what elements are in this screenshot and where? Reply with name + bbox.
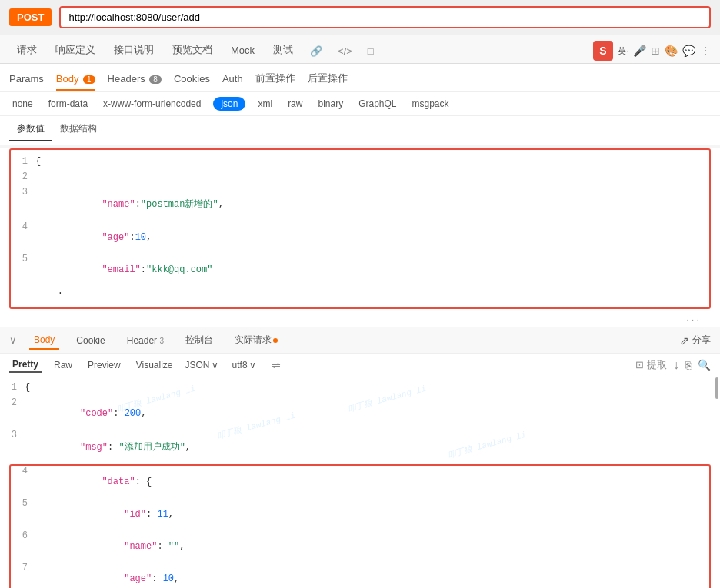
code-line-6: . xyxy=(11,286,709,301)
fmt-msgpack[interactable]: msgpack xyxy=(409,97,452,111)
resp-view-right: ⊡ 提取 ↓ ⎘ 🔍 xyxy=(635,358,711,372)
copy-icon[interactable]: ⎘ xyxy=(685,359,692,371)
share-button[interactable]: ⇗ 分享 xyxy=(680,334,711,347)
json-chevron: ∨ xyxy=(212,360,218,370)
tab-api-desc[interactable]: 接口说明 xyxy=(106,38,162,63)
tab-cookies[interactable]: Cookies xyxy=(174,70,210,91)
extract-icon[interactable]: ⊡ 提取 xyxy=(635,358,667,372)
tab-headers[interactable]: Headers 8 xyxy=(108,70,162,91)
search-icon[interactable]: 🔍 xyxy=(698,359,711,371)
subtab-datastructure[interactable]: 数据结构 xyxy=(52,119,105,141)
fmt-none[interactable]: none xyxy=(9,97,36,111)
utf8-chevron: ∨ xyxy=(249,360,256,370)
share-label: 分享 xyxy=(692,334,711,347)
sougou-grid-icon[interactable]: ⊞ xyxy=(651,45,660,57)
response-code-area: 叩丁狼 lawlang li 叩丁狼 lawlang li 叩丁狼 lawlan… xyxy=(0,377,720,588)
tab-response-def[interactable]: 响应定义 xyxy=(48,38,103,63)
rv-tab-preview[interactable]: Preview xyxy=(85,358,124,372)
tab-test[interactable]: 测试 xyxy=(265,38,301,63)
fmt-xml[interactable]: xml xyxy=(255,97,275,111)
editor-ellipsis: ··· xyxy=(0,312,720,327)
sougou-more-icon[interactable]: ⋮ xyxy=(700,45,711,57)
fmt-form-data[interactable]: form-data xyxy=(45,97,91,111)
wrap-icon[interactable]: ⇌ xyxy=(272,359,281,371)
top-nav-tabs: 请求 响应定义 接口说明 预览文档 Mock 测试 🔗 </> □ S 英· 🎤… xyxy=(0,35,720,64)
code-line-3: 3 "name":"postman新增的", xyxy=(11,187,709,221)
resp-tab-console[interactable]: 控制台 xyxy=(181,331,218,350)
encoding-select[interactable]: utf8 ∨ xyxy=(232,360,256,370)
code-line-4: 4 "age":10, xyxy=(11,221,709,254)
resp-line-1: 1 { xyxy=(0,382,720,397)
tab-preview-doc[interactable]: 预览文档 xyxy=(165,38,220,63)
share-icon: ⇗ xyxy=(680,334,689,347)
body-badge: 1 xyxy=(83,75,95,84)
resp-line-3: 3 "msg": "添加用户成功", xyxy=(0,430,720,464)
tab-post-action[interactable]: 后置操作 xyxy=(308,68,348,91)
resp-line-4: 4 "data": { xyxy=(11,466,709,498)
sougou-skin-icon[interactable]: 🎨 xyxy=(665,45,678,57)
sougou-mic-icon[interactable]: 🎤 xyxy=(633,45,646,57)
response-collapse-icon[interactable]: ∨ xyxy=(9,334,17,346)
response-tabs-bar: ∨ Body Cookie Header 3 控制台 实际请求 ⇗ 分享 xyxy=(0,327,720,354)
resp-tab-cookie[interactable]: Cookie xyxy=(72,332,109,349)
subtab-params[interactable]: 参数值 xyxy=(9,119,52,141)
headers-badge: 8 xyxy=(149,75,162,84)
response-view-tabs: Pretty Raw Preview Visualize JSON ∨ utf8… xyxy=(0,354,720,377)
rv-tab-pretty[interactable]: Pretty xyxy=(9,357,42,373)
sub-tabs: 参数值 数据结构 xyxy=(0,116,720,145)
response-highlight-box: 4 "data": { 5 "id": 11, 6 "name": "", 7 … xyxy=(9,464,711,588)
actual-request-dot xyxy=(273,338,278,343)
resp-line-7: 7 "age": 10, xyxy=(11,563,709,588)
window-icon[interactable]: □ xyxy=(362,41,380,61)
code-line-5: 5 "email":"kkk@qq.com" xyxy=(11,254,709,286)
rv-tab-raw[interactable]: Raw xyxy=(51,358,75,372)
fmt-json[interactable]: json xyxy=(213,97,245,111)
tab-params[interactable]: Params xyxy=(9,70,44,91)
code-line-2: 2 xyxy=(11,171,709,187)
tab-mock[interactable]: Mock xyxy=(223,40,262,62)
sougou-chat-icon[interactable]: 💬 xyxy=(682,45,695,57)
resp-tab-body[interactable]: Body xyxy=(29,331,59,350)
url-input[interactable] xyxy=(59,6,711,28)
request-param-tabs: Params Body 1 Headers 8 Cookies Auth 前置操… xyxy=(0,64,720,92)
sougou-en-icon[interactable]: 英· xyxy=(618,45,628,57)
fmt-graphql[interactable]: GraphQL xyxy=(355,97,399,111)
rv-tab-visualize[interactable]: Visualize xyxy=(133,358,176,372)
top-bar: POST xyxy=(0,0,720,35)
json-format-select[interactable]: JSON ∨ xyxy=(185,360,218,370)
resp-tab-actual[interactable]: 实际请求 xyxy=(230,331,282,350)
request-body-editor[interactable]: 1 { 2 3 "name":"postman新增的", 4 "age":10,… xyxy=(9,148,711,309)
fmt-raw[interactable]: raw xyxy=(285,97,305,111)
fmt-urlencoded[interactable]: x-www-form-urlencoded xyxy=(100,97,204,111)
resp-scrollbar[interactable] xyxy=(715,377,718,399)
method-badge: POST xyxy=(9,8,52,26)
link-icon[interactable]: 🔗 xyxy=(304,41,328,61)
tab-request[interactable]: 请求 xyxy=(9,38,45,63)
tab-body[interactable]: Body 1 xyxy=(56,70,95,91)
code-icon[interactable]: </> xyxy=(332,41,358,61)
fmt-binary[interactable]: binary xyxy=(315,97,346,111)
resp-line-5: 5 "id": 11, xyxy=(11,498,709,530)
sougou-logo: S xyxy=(593,41,613,61)
tab-auth[interactable]: Auth xyxy=(222,70,243,91)
resp-tab-header[interactable]: Header 3 xyxy=(122,332,168,349)
sougou-toolbar: S 英· 🎤 ⊞ 🎨 💬 ⋮ xyxy=(593,41,711,61)
resp-line-2: 2 "code": 200, xyxy=(0,397,720,430)
format-tabs: none form-data x-www-form-urlencoded jso… xyxy=(0,92,720,116)
code-line-1: 1 { xyxy=(11,156,709,171)
response-bar-right: ⇗ 分享 xyxy=(680,334,711,347)
resp-line-6: 6 "name": "", xyxy=(11,530,709,563)
download-icon[interactable]: ↓ xyxy=(673,358,679,372)
tab-pre-action[interactable]: 前置操作 xyxy=(255,68,295,91)
